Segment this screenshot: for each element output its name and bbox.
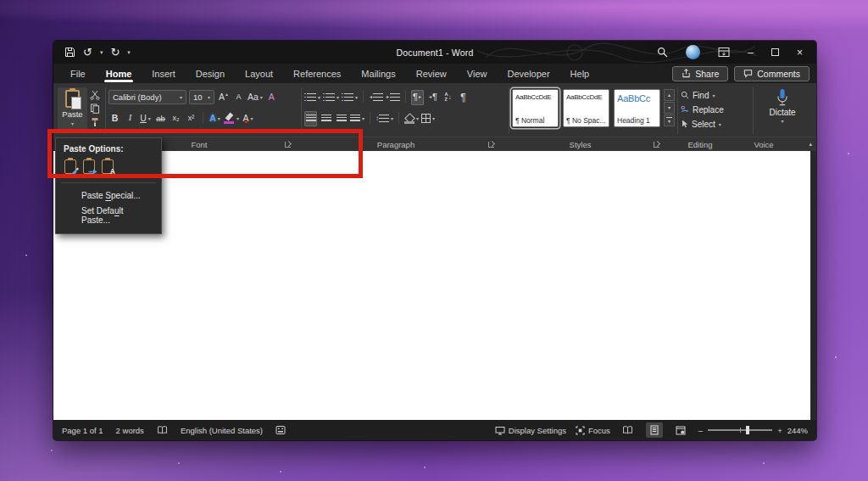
macro-record-icon[interactable] [275,425,286,435]
chevron-down-icon: ▾ [180,94,182,100]
zoom-in-button[interactable]: + [777,426,782,435]
text-effects-button[interactable]: A▾ [209,111,221,126]
justify-button[interactable]: ▾ [350,111,364,126]
align-center-button[interactable] [320,111,332,126]
redo-icon[interactable]: ↻ [110,47,120,58]
zoom-slider-thumb[interactable] [746,426,749,434]
font-family-select[interactable]: Calibri (Body) ▾ [108,90,186,104]
ribbon-display-options-icon[interactable] [718,47,730,58]
display-settings-button[interactable]: Display Settings [495,426,566,435]
bold-button[interactable]: B [108,111,121,126]
font-size-select[interactable]: 10 ▾ [189,90,214,104]
left-to-right-text-button[interactable]: ¶► [411,90,424,105]
shrink-font-button[interactable]: A [232,90,245,105]
underline-button[interactable]: U▾ [139,111,152,126]
paste-special-menu-item[interactable]: Paste Special... [56,187,161,203]
sort-button[interactable]: AZ ↓ [442,90,454,105]
style-card-heading1[interactable]: AaBbCc Heading 1 [614,89,660,127]
web-layout-view-button[interactable] [672,422,689,438]
gallery-scroll-down-button[interactable]: ▾ [664,102,675,114]
italic-button[interactable]: I [124,111,136,126]
numbering-button[interactable]: ▾ [323,90,339,105]
bullets-button[interactable]: ▾ [304,90,320,105]
align-left-button[interactable] [304,111,317,126]
replace-button[interactable]: Replace [681,103,750,115]
style-card-normal[interactable]: AaBbCcDdE ¶ Normal [512,89,559,127]
customize-qat-caret-icon[interactable]: ▾ [127,49,131,56]
superscript-button[interactable]: x² [185,111,198,126]
borders-button[interactable]: ▾ [421,111,435,126]
increase-indent-button[interactable]: ► [386,90,400,105]
font-color-button[interactable]: A▾ [242,111,254,126]
button-divider [203,112,203,124]
tab-insert[interactable]: Insert [142,65,186,82]
minimize-button[interactable]: – [748,48,754,58]
arrow-down-icon: ↓ [448,94,451,101]
dictate-button[interactable]: Dictate ▾ [769,87,795,137]
styles-group: AaBbCcDdE ¶ Normal AaBbCcDdE ¶ No Spac..… [512,87,675,137]
style-card-no-spacing[interactable]: AaBbCcDdE ¶ No Spac... [563,89,609,127]
select-button[interactable]: Select ▾ [681,118,750,130]
save-icon[interactable] [64,47,75,58]
paste-dropdown-caret-icon[interactable]: ▾ [71,120,74,126]
focus-button[interactable]: Focus [576,426,610,435]
grow-font-button[interactable]: A▴ [217,90,230,105]
strikethrough-button[interactable]: ab [154,111,167,126]
multilevel-list-button[interactable]: ▾ [342,90,358,105]
find-button[interactable]: Find ▾ [681,89,750,101]
tab-references[interactable]: References [283,65,351,82]
set-default-paste-menu-item[interactable]: Set Default Paste... [56,203,161,227]
tab-file[interactable]: File [60,65,96,82]
tab-home[interactable]: Home [96,65,142,82]
gallery-scroll-up-button[interactable]: ▴ [664,89,675,101]
language-indicator[interactable]: English (United States) [181,426,263,435]
gallery-more-button[interactable]: ▾ [664,115,675,126]
chevron-down-icon: ▾ [148,116,151,121]
proofing-book-icon[interactable] [157,426,168,434]
tab-developer[interactable]: Developer [497,65,559,82]
read-mode-view-button[interactable] [620,422,637,438]
page-indicator[interactable]: Page 1 of 1 [62,426,103,435]
tab-review[interactable]: Review [406,65,457,82]
undo-icon[interactable]: ↺ [83,47,92,58]
vertical-scrollbar[interactable] [810,151,816,420]
clear-formatting-button[interactable]: A [265,90,278,105]
zoom-level[interactable]: 244% [787,426,808,435]
read-mode-icon [622,426,633,434]
tab-mailings[interactable]: Mailings [351,65,405,82]
comments-button[interactable]: Comments [734,66,810,81]
decrease-indent-button[interactable]: ◄ [369,90,383,105]
zoom-out-button[interactable]: – [698,426,703,435]
align-right-button[interactable] [335,111,348,126]
paste-button[interactable]: Paste ▾ [58,87,87,131]
copy-icon[interactable] [90,103,100,114]
change-case-button[interactable]: Aa▾ [248,90,263,105]
line-spacing-button[interactable]: ↕▾ [376,111,393,126]
print-layout-view-button[interactable] [646,422,663,438]
tab-view[interactable]: View [457,65,498,82]
tab-design[interactable]: Design [186,65,235,82]
word-count[interactable]: 2 words [116,426,144,435]
format-painter-icon[interactable] [90,117,100,127]
account-avatar[interactable] [686,45,700,59]
undo-dropdown-caret-icon[interactable]: ▾ [100,49,103,56]
tab-layout[interactable]: Layout [235,65,283,82]
chevron-down-icon: ▾ [208,94,210,100]
display-settings-label: Display Settings [509,426,566,435]
subscript-button[interactable]: x₂ [170,111,182,126]
maximize-button[interactable] [771,48,779,56]
shading-button[interactable]: ▾ [404,111,419,126]
show-hide-pilcrow-button[interactable]: ¶ [457,90,470,105]
close-button[interactable]: × [797,48,803,58]
paragraph-dialog-launcher-icon[interactable] [488,142,494,148]
collapse-ribbon-chevron-icon[interactable]: ▴ [809,141,812,148]
document-canvas[interactable] [53,151,816,420]
share-button[interactable]: Share [672,66,728,81]
tab-help[interactable]: Help [560,65,600,82]
search-icon[interactable] [657,47,668,58]
styles-dialog-launcher-icon[interactable] [654,142,659,148]
zoom-slider-track[interactable] [708,429,772,431]
cut-icon[interactable] [90,90,100,100]
text-highlight-button[interactable]: ▾ [224,111,239,126]
right-to-left-text-button[interactable]: ◄¶ [426,90,439,105]
